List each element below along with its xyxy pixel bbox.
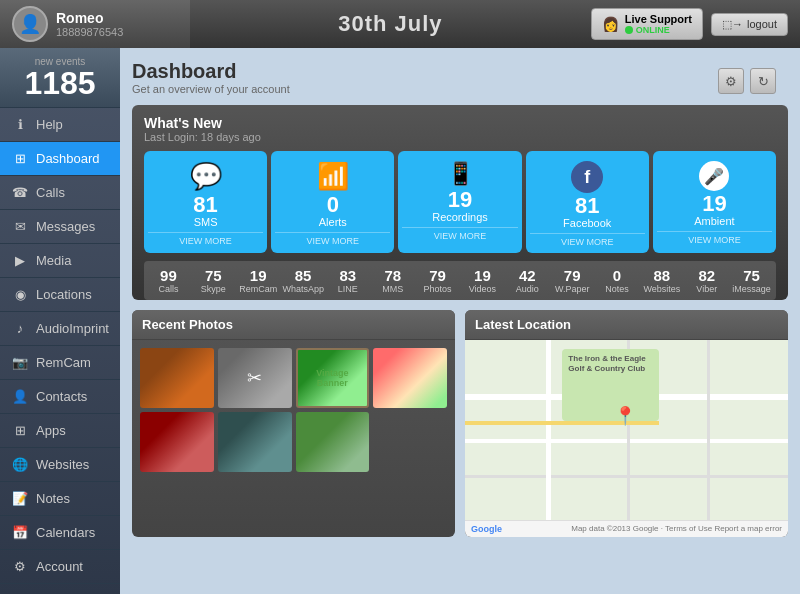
sidebar-item-label: Locations — [36, 287, 92, 302]
new-events-count: 1185 — [4, 67, 116, 99]
sidebar-item-label: Websites — [36, 457, 89, 472]
sidebar-item-apps[interactable]: ⊞ Apps — [0, 414, 120, 448]
sec-stat-websites[interactable]: 88 Websites — [641, 267, 682, 294]
sidebar-item-label: Apps — [36, 423, 66, 438]
stat-card-ambient[interactable]: 🎤 19 Ambient VIEW MORE — [653, 151, 776, 253]
sec-stat-viber[interactable]: 82 Viber — [686, 267, 727, 294]
wpaper-count: 79 — [552, 267, 593, 284]
audio-icon: ♪ — [12, 321, 28, 336]
map-footer: Google Map data ©2013 Google · Terms of … — [465, 520, 788, 537]
sidebar-item-messages[interactable]: ✉ Messages — [0, 210, 120, 244]
ambient-icon: 🎤 — [699, 161, 729, 191]
alerts-view-more[interactable]: VIEW MORE — [275, 232, 390, 246]
ambient-view-more[interactable]: VIEW MORE — [657, 231, 772, 245]
sec-stat-mms[interactable]: 78 MMS — [372, 267, 413, 294]
sidebar-item-help[interactable]: ℹ Help — [0, 108, 120, 142]
photo-thumb-2[interactable]: ✂ — [218, 348, 292, 408]
live-support-label: Live Support — [625, 13, 692, 25]
user-info: Romeo 18889876543 — [56, 10, 123, 38]
recent-photos-header: Recent Photos — [132, 310, 455, 340]
sms-label: SMS — [194, 216, 218, 228]
sidebar-item-dashboard[interactable]: ⊞ Dashboard — [0, 142, 120, 176]
wpaper-label: W.Paper — [552, 284, 593, 294]
sec-stat-line[interactable]: 83 LINE — [327, 267, 368, 294]
sidebar-item-locations[interactable]: ◉ Locations — [0, 278, 120, 312]
remcam-count: 19 — [238, 267, 279, 284]
sidebar-item-label: AudioImprint — [36, 321, 109, 336]
stat-card-sms[interactable]: 💬 81 SMS VIEW MORE — [144, 151, 267, 253]
notes-icon: 📝 — [12, 491, 28, 506]
sidebar-item-control-center[interactable]: 🔧 Control Center — [0, 584, 120, 594]
calendars-icon: 📅 — [12, 525, 28, 540]
sidebar-item-label: Account — [36, 559, 83, 574]
sec-stat-skype[interactable]: 75 Skype — [193, 267, 234, 294]
remcam-label: RemCam — [238, 284, 279, 294]
settings-button[interactable]: ⚙ — [718, 68, 744, 94]
facebook-label: Facebook — [563, 217, 611, 229]
logout-icon: ⬚→ — [722, 18, 743, 31]
sidebar-item-label: Calendars — [36, 525, 95, 540]
stat-card-alerts[interactable]: 📶 0 Alerts VIEW MORE — [271, 151, 394, 253]
alerts-label: Alerts — [319, 216, 347, 228]
line-count: 83 — [327, 267, 368, 284]
photo-thumb-5[interactable] — [140, 412, 214, 472]
sidebar-item-notes[interactable]: 📝 Notes — [0, 482, 120, 516]
alerts-stat-icon: 📶 — [317, 161, 349, 192]
audio-count: 42 — [507, 267, 548, 284]
sec-stat-wpaper[interactable]: 79 W.Paper — [552, 267, 593, 294]
photos-grid: ✂ VintageBanner — [132, 340, 455, 480]
user-phone: 18889876543 — [56, 26, 123, 38]
facebook-icon: f — [571, 161, 603, 193]
sidebar-item-remcam[interactable]: 📷 RemCam — [0, 346, 120, 380]
photo-thumb-6[interactable] — [218, 412, 292, 472]
logout-button[interactable]: ⬚→ logout — [711, 13, 788, 36]
whats-new-panel: What's New Last Login: 18 days ago 💬 81 … — [132, 105, 788, 300]
toolbar-icons: ⚙ ↻ — [718, 68, 776, 94]
sidebar-item-label: Messages — [36, 219, 95, 234]
sidebar-item-calls[interactable]: ☎ Calls — [0, 176, 120, 210]
top-header: 👤 Romeo 18889876543 30th July 👩 Live Sup… — [0, 0, 800, 48]
sec-stat-notes[interactable]: 0 Notes — [597, 267, 638, 294]
sidebar-item-contacts[interactable]: 👤 Contacts — [0, 380, 120, 414]
map-container[interactable]: The Iron & the Eagle Golf & Country Club… — [465, 340, 788, 520]
map-label: The Iron & the Eagle Golf & Country Club — [568, 354, 658, 373]
photo-thumb-7[interactable] — [296, 412, 370, 472]
sec-stat-remcam[interactable]: 19 RemCam — [238, 267, 279, 294]
dashboard-icon: ⊞ — [12, 151, 28, 166]
notes-label: Notes — [597, 284, 638, 294]
sec-stat-calls[interactable]: 99 Calls — [148, 267, 189, 294]
new-events-box: new events 1185 — [0, 48, 120, 108]
photo-thumb-1[interactable] — [140, 348, 214, 408]
stat-card-recordings[interactable]: 📱 19 Recordings VIEW MORE — [398, 151, 521, 253]
photo-thumb-4[interactable] — [373, 348, 447, 408]
stat-card-facebook[interactable]: f 81 Facebook VIEW MORE — [526, 151, 649, 253]
sec-stat-audio[interactable]: 42 Audio — [507, 267, 548, 294]
mms-label: MMS — [372, 284, 413, 294]
calls-icon: ☎ — [12, 185, 28, 200]
sec-stat-whatsapp[interactable]: 85 WhatsApp — [283, 267, 324, 294]
sidebar-item-audioimprint[interactable]: ♪ AudioImprint — [0, 312, 120, 346]
sec-stat-photos[interactable]: 79 Photos — [417, 267, 458, 294]
sidebar-item-media[interactable]: ▶ Media — [0, 244, 120, 278]
support-avatar: 👩 — [602, 16, 619, 32]
sidebar-item-account[interactable]: ⚙ Account — [0, 550, 120, 584]
live-support-button[interactable]: 👩 Live Support ONLINE — [591, 8, 703, 40]
apps-icon: ⊞ — [12, 423, 28, 438]
videos-label: Videos — [462, 284, 503, 294]
refresh-button[interactable]: ↻ — [750, 68, 776, 94]
media-icon: ▶ — [12, 253, 28, 268]
sms-view-more[interactable]: VIEW MORE — [148, 232, 263, 246]
line-label: LINE — [327, 284, 368, 294]
main-layout: new events 1185 ℹ Help ⊞ Dashboard ☎ Cal… — [0, 48, 800, 594]
sec-stat-videos[interactable]: 19 Videos — [462, 267, 503, 294]
skype-label: Skype — [193, 284, 234, 294]
online-label: ONLINE — [636, 25, 670, 35]
recordings-view-more[interactable]: VIEW MORE — [402, 227, 517, 241]
sec-stat-imessage[interactable]: 75 iMessage — [731, 267, 772, 294]
sidebar-item-websites[interactable]: 🌐 Websites — [0, 448, 120, 482]
photo-thumb-3[interactable]: VintageBanner — [296, 348, 370, 408]
sidebar-item-calendars[interactable]: 📅 Calendars — [0, 516, 120, 550]
sidebar-item-label: Media — [36, 253, 71, 268]
facebook-view-more[interactable]: VIEW MORE — [530, 233, 645, 247]
photos-count: 79 — [417, 267, 458, 284]
